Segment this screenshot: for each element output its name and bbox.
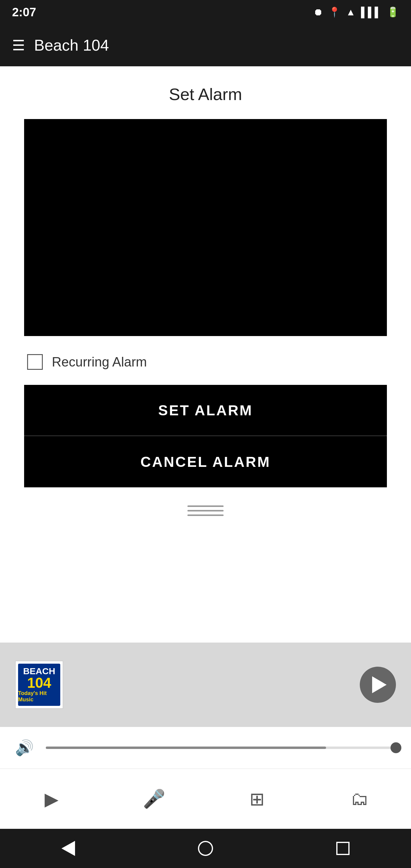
status-bar: 2:07 ⏺ 📍 ▲ ▌▌▌ 🔋 xyxy=(0,0,411,24)
bottom-nav: ▶ 🎤 ⊞ 🗂 xyxy=(0,769,411,829)
volume-area: 🔊 xyxy=(0,727,411,769)
player-play-button[interactable] xyxy=(360,667,396,703)
wifi-icon: ▲ xyxy=(346,7,355,18)
page-title: Set Alarm xyxy=(24,84,387,104)
station-logo: BEACH104 Today's Hit Music xyxy=(15,661,63,709)
media-area xyxy=(24,119,387,336)
home-button[interactable] xyxy=(198,841,213,856)
contact-nav-icon: 🗂 xyxy=(351,788,369,809)
back-icon xyxy=(61,841,75,856)
set-alarm-button[interactable]: SET ALARM xyxy=(24,385,387,436)
mic-nav-icon: 🎤 xyxy=(143,788,165,809)
recurring-alarm-row: Recurring Alarm xyxy=(24,354,387,370)
status-icons: ⏺ 📍 ▲ ▌▌▌ 🔋 xyxy=(313,6,399,18)
signal-icon: ▌▌▌ xyxy=(361,7,381,18)
recents-button[interactable] xyxy=(336,842,350,855)
app-title: Beach 104 xyxy=(34,36,109,54)
back-button[interactable] xyxy=(61,841,75,856)
recurring-alarm-checkbox[interactable] xyxy=(27,354,43,370)
nav-item-play[interactable]: ▶ xyxy=(0,769,103,829)
record-icon: ⏺ xyxy=(313,7,323,18)
nav-item-mic[interactable]: 🎤 xyxy=(103,769,205,829)
volume-thumb[interactable] xyxy=(390,742,401,753)
volume-track[interactable] xyxy=(46,747,396,749)
nav-item-grid[interactable]: ⊞ xyxy=(205,769,308,829)
volume-fill xyxy=(46,747,326,749)
home-icon xyxy=(198,841,213,856)
recents-icon xyxy=(336,842,350,855)
nav-item-contact[interactable]: 🗂 xyxy=(308,769,411,829)
beach-logo: BEACH104 Today's Hit Music xyxy=(18,664,60,706)
play-triangle-icon xyxy=(372,676,387,693)
main-content: Set Alarm Recurring Alarm SET ALARM CANC… xyxy=(0,66,411,643)
drag-line-2 xyxy=(187,510,224,512)
volume-icon: 🔊 xyxy=(15,739,34,756)
play-nav-icon: ▶ xyxy=(44,788,59,809)
location-icon: 📍 xyxy=(328,6,341,18)
drag-handle xyxy=(24,499,387,522)
grid-nav-icon: ⊞ xyxy=(250,788,264,809)
hamburger-menu-icon[interactable]: ☰ xyxy=(12,37,25,54)
system-nav-bar xyxy=(0,829,411,868)
battery-icon: 🔋 xyxy=(387,6,399,18)
cancel-alarm-button[interactable]: CANCEL ALARM xyxy=(24,436,387,487)
recurring-alarm-label: Recurring Alarm xyxy=(52,354,147,370)
beach-logo-sub: Today's Hit Music xyxy=(18,690,60,703)
buttons-container: SET ALARM CANCEL ALARM xyxy=(24,385,387,487)
beach-logo-text: BEACH104 xyxy=(18,667,60,690)
status-time: 2:07 xyxy=(12,5,36,19)
drag-line-3 xyxy=(187,515,224,516)
player-area: BEACH104 Today's Hit Music xyxy=(0,643,411,727)
app-bar: ☰ Beach 104 xyxy=(0,24,411,66)
drag-line-1 xyxy=(187,505,224,507)
